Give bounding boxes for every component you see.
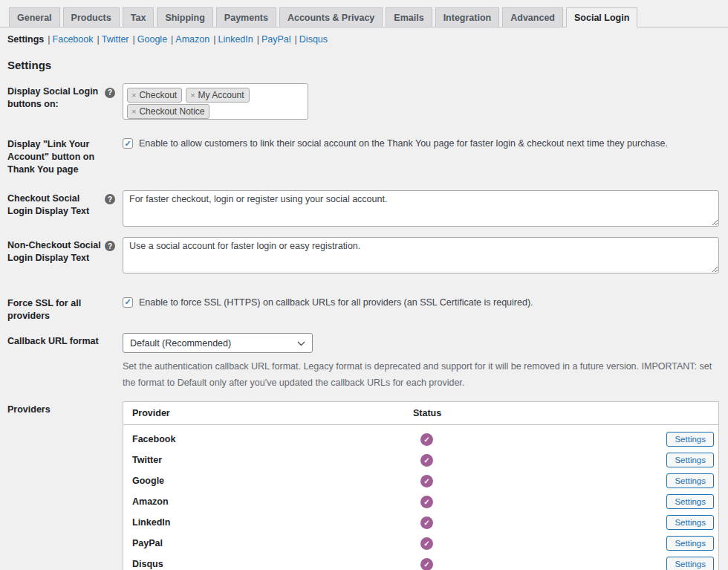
- provider-settings-button-twitter[interactable]: Settings: [666, 453, 714, 467]
- subnav-separator: |: [295, 34, 297, 45]
- provider-row-twitter[interactable]: Twitter✓Settings: [123, 450, 718, 470]
- status-enabled-check-icon: ✓: [420, 537, 433, 550]
- subnav-link-linkedin[interactable]: LinkedIn: [218, 34, 253, 45]
- form-row-force-ssl: Force SSL for all providers ✓ Enable to …: [7, 295, 719, 323]
- provider-name: Amazon: [132, 496, 413, 507]
- status-enabled-check-icon: ✓: [420, 475, 433, 488]
- tab-social-login[interactable]: Social Login: [566, 7, 637, 27]
- callback-format-description: Set the authentication callback URL form…: [123, 359, 719, 392]
- tab-tax[interactable]: Tax: [123, 7, 155, 27]
- provider-row-google[interactable]: Google✓Settings: [123, 470, 718, 491]
- subnav-separator: |: [257, 34, 259, 45]
- form-row-callback-format: Callback URL format Default (Recommended…: [7, 333, 719, 392]
- form-row-display-buttons: Display Social Login buttons on: ? ×Chec…: [7, 83, 719, 120]
- field-label-link-account: Display "Link Your Account" button on Th…: [7, 136, 105, 176]
- help-icon[interactable]: ?: [105, 194, 115, 204]
- provider-name: Twitter: [132, 455, 413, 465]
- field-label-callback-format: Callback URL format: [7, 333, 105, 348]
- selected-page-tag-my-account: ×My Account: [186, 88, 249, 103]
- status-enabled-check-icon: ✓: [420, 454, 433, 467]
- subnav-separator: |: [213, 34, 215, 45]
- status-enabled-check-icon: ✓: [420, 433, 433, 446]
- field-label-checkout-text: Checkout Social Login Display Text: [7, 190, 105, 218]
- callback-url-format-value: Default (Recommended): [130, 338, 231, 349]
- tab-payments[interactable]: Payments: [216, 7, 276, 27]
- display-pages-multiselect[interactable]: ×Checkout×My Account×Checkout Notice: [123, 83, 308, 120]
- form-row-non-checkout-text: Non-Checkout Social Login Display Text ?…: [7, 237, 719, 276]
- tab-general[interactable]: General: [9, 7, 60, 27]
- form-row-link-account: Display "Link Your Account" button on Th…: [7, 136, 719, 176]
- checkout-display-text-input[interactable]: For faster checkout, login or register u…: [123, 190, 719, 227]
- non-checkout-display-text-input[interactable]: Use a social account for faster login or…: [123, 237, 719, 273]
- subnav-link-twitter[interactable]: Twitter: [102, 34, 129, 45]
- page-title: Settings: [7, 59, 728, 71]
- provider-row-linkedin[interactable]: LinkedIn✓Settings: [123, 512, 718, 533]
- remove-tag-icon[interactable]: ×: [190, 91, 195, 100]
- settings-form: Display Social Login buttons on: ? ×Chec…: [0, 83, 728, 570]
- provider-row-facebook[interactable]: Facebook✓Settings: [123, 429, 718, 450]
- column-header-status: Status: [413, 408, 709, 418]
- link-account-checkbox-label: Enable to allow customers to link their …: [139, 137, 668, 151]
- field-label-non-checkout-text: Non-Checkout Social Login Display Text: [7, 237, 105, 265]
- provider-name: Facebook: [132, 434, 413, 444]
- column-header-provider: Provider: [132, 408, 413, 418]
- force-ssl-checkbox[interactable]: ✓: [123, 297, 133, 308]
- subnav-link-disqus[interactable]: Disqus: [299, 34, 328, 45]
- help-icon[interactable]: ?: [105, 88, 115, 98]
- provider-row-amazon[interactable]: Amazon✓Settings: [123, 491, 718, 512]
- force-ssl-checkbox-label: Enable to force SSL (HTTPS) on callback …: [139, 297, 533, 310]
- status-enabled-check-icon: ✓: [420, 516, 433, 529]
- settings-tabs: GeneralProductsTaxShippingPaymentsAccoun…: [0, 0, 728, 27]
- provider-name: Disqus: [132, 559, 413, 569]
- subnav: Settings|Facebook|Twitter|Google|Amazon|…: [0, 27, 728, 45]
- subnav-link-amazon[interactable]: Amazon: [175, 34, 209, 45]
- provider-settings-button-linkedin[interactable]: Settings: [666, 515, 714, 530]
- provider-settings-button-facebook[interactable]: Settings: [666, 432, 714, 447]
- remove-tag-icon[interactable]: ×: [131, 107, 136, 116]
- field-label-providers: Providers: [7, 401, 105, 416]
- provider-name: Google: [132, 476, 413, 486]
- subnav-separator: |: [171, 34, 173, 45]
- tab-integration[interactable]: Integration: [435, 7, 500, 27]
- callback-url-format-select[interactable]: Default (Recommended): [123, 333, 313, 353]
- form-row-checkout-text: Checkout Social Login Display Text ? For…: [7, 190, 719, 229]
- provider-name: PayPal: [132, 538, 413, 548]
- tab-accounts-privacy[interactable]: Accounts & Privacy: [279, 7, 383, 27]
- tab-advanced[interactable]: Advanced: [502, 7, 563, 27]
- field-label-force-ssl: Force SSL for all providers: [7, 295, 105, 323]
- selected-page-tag-checkout: ×Checkout: [127, 88, 182, 103]
- subnav-separator: |: [48, 34, 50, 45]
- subnav-separator: |: [97, 34, 99, 45]
- chevron-down-icon: [297, 338, 305, 349]
- provider-name: LinkedIn: [132, 517, 413, 528]
- field-label-display-buttons: Display Social Login buttons on:: [7, 83, 105, 111]
- provider-settings-button-amazon[interactable]: Settings: [666, 494, 714, 509]
- link-account-checkbox[interactable]: ✓: [123, 138, 133, 149]
- help-icon[interactable]: ?: [105, 241, 115, 251]
- tab-emails[interactable]: Emails: [386, 7, 432, 27]
- provider-settings-button-disqus[interactable]: Settings: [666, 557, 714, 570]
- provider-settings-button-paypal[interactable]: Settings: [666, 536, 714, 551]
- form-row-providers: Providers Provider Status Facebook✓Setti…: [7, 401, 719, 570]
- subnav-link-google[interactable]: Google: [137, 34, 167, 45]
- subnav-link-settings[interactable]: Settings: [7, 34, 44, 45]
- provider-row-paypal[interactable]: PayPal✓Settings: [123, 533, 718, 554]
- status-enabled-check-icon: ✓: [420, 496, 433, 508]
- providers-table: Provider Status Facebook✓SettingsTwitter…: [123, 401, 719, 570]
- provider-settings-button-google[interactable]: Settings: [666, 473, 714, 488]
- remove-tag-icon[interactable]: ×: [131, 91, 136, 100]
- tab-shipping[interactable]: Shipping: [157, 7, 212, 27]
- providers-table-header: Provider Status: [123, 402, 718, 425]
- subnav-link-paypal[interactable]: PayPal: [261, 34, 291, 45]
- tab-products[interactable]: Products: [63, 7, 120, 27]
- status-enabled-check-icon: ✓: [420, 558, 433, 570]
- subnav-separator: |: [133, 34, 135, 45]
- selected-page-tag-checkout-notice: ×Checkout Notice: [127, 104, 209, 119]
- subnav-link-facebook[interactable]: Facebook: [53, 34, 94, 45]
- provider-row-disqus[interactable]: Disqus✓Settings: [123, 554, 718, 570]
